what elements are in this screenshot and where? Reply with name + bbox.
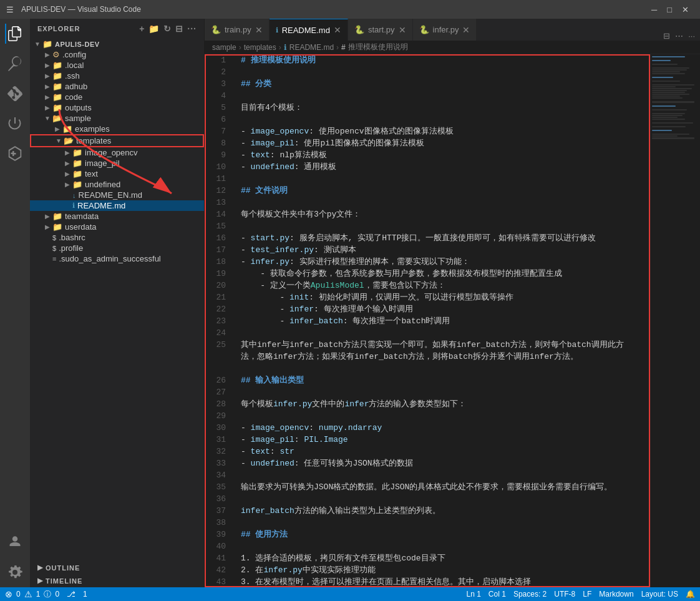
warning-count[interactable]: 1 xyxy=(36,590,41,599)
ln-22: 22 xyxy=(205,303,231,315)
config-label: .config xyxy=(62,50,204,59)
status-spaces[interactable]: Spaces: 2 xyxy=(513,590,547,599)
status-line[interactable]: Ln 1 xyxy=(467,590,481,599)
timeline-section-header[interactable]: ▶ TIMELINE xyxy=(30,574,204,587)
sidebar-item-readme-en[interactable]: ▶ ↓ README_EN.md xyxy=(30,190,204,200)
examples-arrow: ▶ xyxy=(52,125,62,132)
text-label: text xyxy=(85,169,204,178)
ln-10: 10 xyxy=(205,161,231,173)
sidebar-item-teamdata[interactable]: ▶ 📁 teamdata xyxy=(30,211,204,222)
code-line-17: - test_infer.py: 测试脚本 xyxy=(241,244,650,256)
userdata-arrow: ▶ xyxy=(42,223,52,230)
ln-19: 19 xyxy=(205,268,231,280)
tab-start-close[interactable]: ✕ xyxy=(399,25,406,35)
sidebar-item-undefined[interactable]: ▶ 📁 undefined xyxy=(30,179,204,190)
window-minimize[interactable]: ─ xyxy=(651,5,657,14)
readme-info-icon: ℹ xyxy=(72,202,75,210)
sudo-equal-icon: = xyxy=(52,255,56,263)
ln-16: 16 xyxy=(205,232,231,244)
readme-en-label: README_EN.md xyxy=(79,190,205,200)
breadcrumb-sep3: › xyxy=(336,43,339,52)
activity-settings[interactable] xyxy=(5,562,25,582)
git-branch-icon[interactable]: ⎇ xyxy=(67,590,75,599)
ln-6: 6 xyxy=(205,114,231,125)
sidebar-more-icon[interactable]: ··· xyxy=(187,24,197,34)
breadcrumb-heading[interactable]: 推理模板使用说明 xyxy=(348,42,408,52)
adhub-folder-icon: 📁 xyxy=(52,82,62,91)
code-content[interactable]: # 推理模板使用说明 ## 分类 目前有4个模板： - image_opencv… xyxy=(236,54,650,587)
sidebar-item-image-pil[interactable]: ▶ 📁 image_pil xyxy=(30,158,204,169)
sidebar-item-readme[interactable]: ▶ ℹ README.md xyxy=(30,200,204,211)
status-bar-right: Ln 1 Col 1 Spaces: 2 UTF-8 LF Markdown L… xyxy=(467,590,696,599)
window-close[interactable]: ✕ xyxy=(682,5,689,14)
ln-2: 2 xyxy=(205,66,231,78)
status-bar: ⊗ 0 ⚠ 1 ⓘ 0 ⎇ 1 Ln 1 Col 1 Spaces: 2 UTF… xyxy=(0,587,700,601)
code-line-36: 输出要求为可转换为JSON格式的数据。此JSON的具体格式此处不作要求，需要根据… xyxy=(241,481,650,493)
sidebar-item-text[interactable]: ▶ 📁 text xyxy=(30,169,204,179)
sidebar-item-profile[interactable]: ▶ $ .profile xyxy=(30,243,204,253)
sidebar-item-sample[interactable]: ▼ 📂 sample xyxy=(30,113,204,124)
sidebar-item-sudo[interactable]: ▶ = .sudo_as_admin_successful xyxy=(30,253,204,264)
more-tabs-icon[interactable]: ⋯ xyxy=(675,31,683,41)
git-branch-name[interactable]: 1 xyxy=(83,590,87,599)
breadcrumb-templates[interactable]: templates xyxy=(244,43,276,52)
status-encoding[interactable]: UTF-8 xyxy=(554,590,575,599)
collapse-icon[interactable]: ⊟ xyxy=(175,24,183,34)
status-eol[interactable]: LF xyxy=(583,590,591,599)
activity-git[interactable] xyxy=(5,84,25,104)
sidebar-item-outputs[interactable]: ▶ 📁 outputs xyxy=(30,102,204,113)
error-count[interactable]: 0 xyxy=(16,590,21,599)
tab-readme[interactable]: ℹ README.md ✕ xyxy=(270,19,348,41)
tab-start[interactable]: 🐍 start.py ✕ xyxy=(348,19,413,41)
tab-train-close[interactable]: ✕ xyxy=(255,25,263,35)
split-editor-icon[interactable]: ⊟ xyxy=(663,31,670,41)
activity-account[interactable] xyxy=(5,532,25,552)
tab-train[interactable]: 🐍 train.py ✕ xyxy=(205,19,270,41)
activity-extensions[interactable] xyxy=(5,144,25,164)
sidebar-item-ssh[interactable]: ▶ 📁 .ssh xyxy=(30,71,204,81)
breadcrumb-readme[interactable]: README.md xyxy=(289,43,334,52)
code-line-3: ## 分类 xyxy=(241,78,650,90)
sidebar-item-examples[interactable]: ▶ 📁 examples xyxy=(30,124,204,134)
code-line-43: 2. 在infer.py中实现实际推理功能 xyxy=(241,564,650,576)
timeline-arrow: ▶ xyxy=(37,577,43,585)
breadcrumb-sample[interactable]: sample xyxy=(212,43,236,52)
sidebar-item-local[interactable]: ▶ 📁 .local xyxy=(30,60,204,71)
status-col[interactable]: Col 1 xyxy=(489,590,506,599)
info-count[interactable]: 0 xyxy=(55,590,59,599)
window-maximize[interactable]: □ xyxy=(667,5,672,14)
tab-infer[interactable]: 🐍 infer.py ✕ xyxy=(413,19,477,41)
ln-17: 17 xyxy=(205,244,231,256)
root-arrow: ▼ xyxy=(32,41,42,47)
ln-11: 11 xyxy=(205,173,231,185)
tree-root[interactable]: ▼ 📁 APULIS-DEV xyxy=(30,39,204,49)
local-arrow: ▶ xyxy=(42,62,52,69)
sidebar-item-templates[interactable]: ▼ 📂 templates xyxy=(30,134,204,147)
sidebar-item-code[interactable]: ▶ 📁 code xyxy=(30,92,204,102)
activity-explorer[interactable] xyxy=(5,24,25,44)
code-line-41 xyxy=(241,540,650,552)
ln-9: 9 xyxy=(205,149,231,161)
sidebar-item-image-opencv[interactable]: ▶ 📁 image_opencv xyxy=(30,147,204,158)
editor-more-icon[interactable]: ··· xyxy=(688,31,695,41)
status-feedback-icon[interactable]: 🔔 xyxy=(686,590,695,599)
new-file-icon[interactable]: + xyxy=(139,24,145,34)
code-editor[interactable]: 1 2 3 4 5 6 7 8 9 10 11 12 13 14 15 16 1 xyxy=(205,54,650,587)
status-language[interactable]: Markdown xyxy=(599,590,633,599)
editor-area: 🐍 train.py ✕ ℹ README.md ✕ 🐍 start.py ✕ … xyxy=(205,19,700,587)
tab-readme-close[interactable]: ✕ xyxy=(334,25,341,35)
activity-search[interactable] xyxy=(5,54,25,74)
warning-icon: ⚠ xyxy=(24,589,32,599)
activity-debug[interactable] xyxy=(5,114,25,134)
new-folder-icon[interactable]: 📁 xyxy=(148,24,160,34)
status-layout[interactable]: Layout: US xyxy=(641,590,678,599)
sidebar-item-bashrc[interactable]: ▶ $ .bashrc xyxy=(30,232,204,243)
sidebar-item-config[interactable]: ▶ ⚙ .config xyxy=(30,49,204,60)
tab-infer-close[interactable]: ✕ xyxy=(462,25,470,35)
refresh-icon[interactable]: ↻ xyxy=(163,24,172,34)
hamburger-icon[interactable]: ☰ xyxy=(6,5,14,14)
sidebar-item-userdata[interactable]: ▶ 📁 userdata xyxy=(30,222,204,232)
sidebar-item-adhub[interactable]: ▶ 📁 adhub xyxy=(30,81,204,92)
local-label: .local xyxy=(65,61,204,70)
outline-section-header[interactable]: ▶ OUTLINE xyxy=(30,561,204,574)
